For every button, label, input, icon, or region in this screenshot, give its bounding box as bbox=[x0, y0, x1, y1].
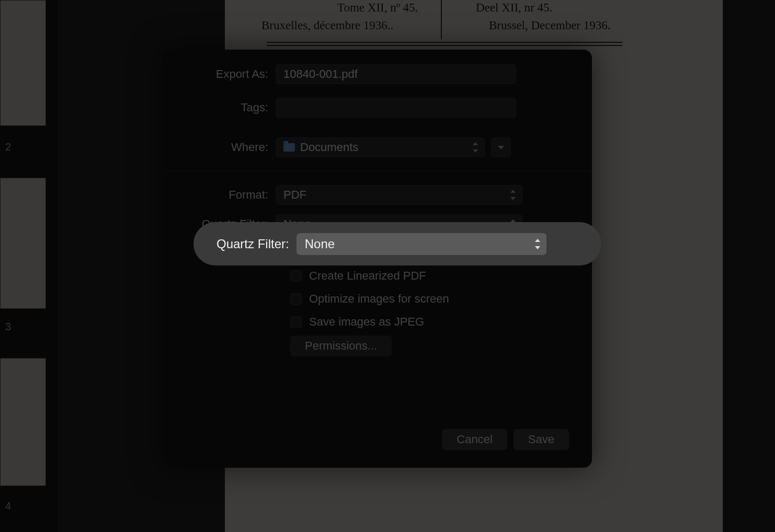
format-select[interactable]: PDF bbox=[276, 185, 522, 205]
quartz-filter-value: None bbox=[305, 237, 335, 251]
export-as-value: 10840-001.pdf bbox=[283, 67, 358, 81]
updown-icon bbox=[509, 190, 517, 200]
checkbox[interactable] bbox=[290, 270, 302, 282]
page-text-left-1: Tome XII, nº 45. bbox=[337, 1, 418, 15]
where-value: Documents bbox=[300, 141, 358, 154]
thumbnail bbox=[0, 178, 46, 309]
updown-icon bbox=[534, 239, 541, 249]
thumbnail-sidebar: 2 3 4 bbox=[0, 0, 58, 532]
dialog-divider bbox=[163, 171, 592, 171]
quartz-filter-row-highlight: Quartz Filter: None bbox=[193, 222, 601, 265]
thumbnail-number: 4 bbox=[5, 500, 11, 512]
save-jpeg-label: Save images as JPEG bbox=[309, 315, 424, 329]
page-text-right-1: Deel XII, nr 45. bbox=[476, 1, 552, 15]
quartz-filter-label: Quartz Filter: bbox=[216, 237, 289, 251]
quartz-filter-select[interactable]: None bbox=[297, 233, 546, 255]
thumbnail-number: 2 bbox=[5, 141, 11, 153]
thumbnail bbox=[0, 358, 46, 486]
create-linearized-label: Create Linearized PDF bbox=[309, 269, 426, 283]
thumbnail bbox=[0, 0, 46, 126]
folder-icon bbox=[283, 143, 295, 152]
format-label: Format: bbox=[163, 188, 276, 202]
create-linearized-row[interactable]: Create Linearized PDF bbox=[163, 264, 592, 287]
tags-label: Tags: bbox=[163, 101, 276, 114]
where-label: Where: bbox=[163, 141, 276, 154]
checkbox[interactable] bbox=[290, 316, 302, 328]
page-column-divider bbox=[441, 0, 442, 39]
export-as-label: Export As: bbox=[163, 67, 276, 81]
page-text-right-2: Brussel, December 1936. bbox=[489, 19, 611, 32]
save-button[interactable]: Save bbox=[514, 429, 569, 450]
cancel-button[interactable]: Cancel bbox=[442, 429, 507, 450]
optimize-images-row[interactable]: Optimize images for screen bbox=[163, 287, 592, 310]
permissions-button[interactable]: Permissions... bbox=[290, 336, 392, 356]
updown-icon bbox=[472, 142, 479, 153]
optimize-images-label: Optimize images for screen bbox=[309, 292, 449, 306]
checkbox[interactable] bbox=[290, 293, 302, 305]
tags-input[interactable] bbox=[276, 98, 516, 118]
page-text-left-2: Bruxelles, décembre 1936.. bbox=[261, 19, 393, 32]
expand-location-button[interactable] bbox=[491, 137, 511, 157]
where-select[interactable]: Documents bbox=[276, 137, 485, 157]
page-header-rule bbox=[267, 45, 622, 46]
format-value: PDF bbox=[283, 188, 306, 202]
thumbnail-number: 3 bbox=[5, 321, 11, 333]
save-jpeg-row[interactable]: Save images as JPEG bbox=[163, 310, 592, 333]
page-header-rule bbox=[267, 42, 622, 43]
export-as-input[interactable]: 10840-001.pdf bbox=[276, 64, 516, 84]
